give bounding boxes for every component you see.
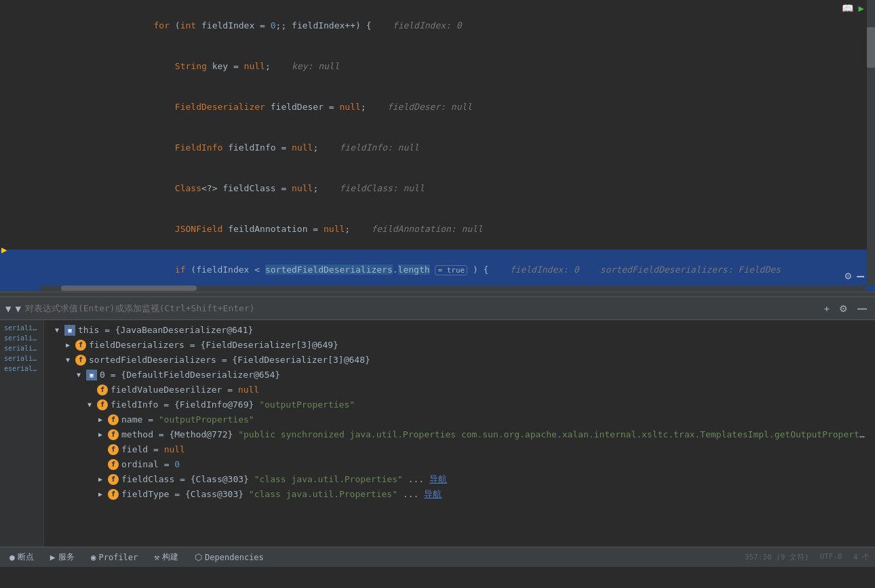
profiler-icon: ◉ [91, 552, 96, 562]
code-line: FieldDeserializer fieldDeser = null; fie… [0, 87, 875, 128]
variables-container: serialize serialize serialize serialize … [0, 320, 875, 547]
tree-expand-ordinal: ▶ [98, 458, 108, 471]
bottom-bar: ● 断点 ▶ 服务 ◉ Profiler ⚒ 构建 ⬡ Dependencies… [0, 547, 875, 567]
code-hscrollbar-thumb[interactable] [61, 286, 197, 291]
fieldClass-nav-link[interactable]: 导航 [429, 474, 447, 484]
code-text: FieldDeserializer fieldDeser = null; fie… [41, 87, 875, 128]
tree-item-fieldValueDeserilizer[interactable]: ▶ f fieldValueDeserilizer = null [44, 383, 875, 397]
build-label: 构建 [162, 551, 178, 563]
dependencies-icon: ⬡ [195, 552, 202, 562]
dependencies-button[interactable]: ⬡ Dependencies [191, 551, 268, 564]
debug-panel: ▼ ▼ + ⚙ — serialize serialize serialize … [0, 297, 875, 547]
bottom-right-info: 357:30 (9 文符) UTF-8 4 个 [745, 552, 870, 562]
code-line: String key = null; key: null [0, 46, 875, 87]
tree-icon-f8: f [108, 459, 119, 470]
tree-icon-f3: f [97, 385, 108, 395]
tree-text-fieldClass: fieldClass = {Class@303} "class java.uti… [121, 473, 447, 486]
build-icon: ⚒ [154, 552, 159, 562]
filter-icon[interactable]: ▼ [5, 303, 11, 314]
tree-icon-box: ▣ [64, 325, 75, 336]
eval-right-icons: + ⚙ — [821, 302, 870, 315]
tree-expand-fieldClass[interactable]: ▶ [98, 473, 108, 486]
tree-item-sortedFieldDeserializers[interactable]: ▼ f sortedFieldDeserializers = {FieldDes… [44, 353, 875, 368]
evaluate-input[interactable] [25, 303, 817, 313]
tree-expand-this[interactable]: ▼ [55, 324, 64, 337]
tree-item-name[interactable]: ▶ f name = "outputProperties" [44, 412, 875, 427]
tree-item-fieldDeserializers[interactable]: ▶ f fieldDeserializers = {FieldDeseriali… [44, 338, 875, 353]
code-hscrollbar[interactable] [41, 286, 866, 291]
collapse-icon[interactable]: — [857, 269, 864, 283]
tree-expand-fieldInfo[interactable]: ▼ [88, 398, 97, 412]
code-text-highlighted: if (fieldIndex < sortedFieldDeserializer… [41, 250, 875, 291]
sidebar-label-4: serialize [1, 353, 42, 364]
tree-item-method[interactable]: ▶ f method = {Method@772} "public synchr… [44, 427, 875, 442]
tree-expand-fieldType[interactable]: ▶ [98, 488, 108, 501]
variables-tree[interactable]: ▼ ▣ this = {JavaBeanDeserializer@641} ▶ … [44, 320, 875, 547]
code-line-highlighted: ▶ if (fieldIndex < sortedFieldDeserializ… [0, 250, 875, 291]
tree-expand-method[interactable]: ▶ [98, 428, 108, 442]
tree-text-fieldInfo: fieldInfo = {FieldInfo@769} "outputPrope… [111, 398, 355, 412]
tree-text-fieldValueDeserilizer: fieldValueDeserilizer = null [111, 383, 259, 397]
settings-icon[interactable]: ⚙ [845, 269, 852, 282]
tree-icon-f4: f [97, 399, 108, 410]
breakpoints-button[interactable]: ● 断点 [5, 550, 38, 564]
tree-text-sortedFieldDeserializers: sortedFieldDeserializers = {FieldDeseria… [89, 353, 370, 367]
code-bottom-right-icons: ⚙ — [845, 269, 864, 283]
code-text: for (int fieldIndex = 0;; fieldIndex++) … [41, 5, 875, 46]
code-editor: for (int fieldIndex = 0;; fieldIndex++) … [0, 0, 875, 292]
book-icon: 📖 [842, 3, 853, 14]
tree-text-elem0: 0 = {DefaultFieldDeserializer@654} [100, 368, 280, 382]
fieldType-nav-link[interactable]: 导航 [424, 489, 442, 499]
tree-item-field[interactable]: ▶ f field = null [44, 442, 875, 457]
code-line: JSONField feildAnnotation = null; feildA… [0, 209, 875, 250]
code-line: fieldDeser = sortedFieldDeserializers[fi… [0, 291, 875, 292]
tree-icon-f9: f [108, 474, 119, 485]
tree-item-fieldClass[interactable]: ▶ f fieldClass = {Class@303} "class java… [44, 472, 875, 487]
tree-expand-elem0[interactable]: ▼ [77, 368, 86, 382]
tree-expand-name[interactable]: ▶ [98, 413, 108, 427]
dependencies-label: Dependencies [205, 553, 264, 562]
tree-icon-f6: f [108, 429, 119, 440]
code-line: FieldInfo fieldInfo = null; fieldInfo: n… [0, 128, 875, 168]
code-text: JSONField feildAnnotation = null; feildA… [41, 209, 875, 250]
services-button[interactable]: ▶ 服务 [46, 550, 79, 564]
code-line: for (int fieldIndex = 0;; fieldIndex++) … [0, 5, 875, 46]
eval-settings-button[interactable]: ⚙ [836, 302, 851, 315]
tree-item-this[interactable]: ▼ ▣ this = {JavaBeanDeserializer@641} [44, 323, 875, 338]
code-right-icons: 📖 ▶ [842, 3, 864, 14]
code-text: FieldInfo fieldInfo = null; fieldInfo: n… [41, 128, 875, 168]
tree-text-name: name = "outputProperties" [121, 413, 254, 427]
code-line: Class<?> fieldClass = null; fieldClass: … [0, 168, 875, 209]
tree-icon-f7: f [108, 444, 119, 455]
code-text: fieldDeser = sortedFieldDeserializers[fi… [41, 291, 875, 292]
breakpoints-icon: ● [9, 552, 15, 562]
tree-text-this: this = {JavaBeanDeserializer@641} [78, 324, 253, 337]
filter-second-icon[interactable]: ▼ [15, 303, 20, 314]
encoding-info: UTF-8 [820, 552, 842, 562]
code-vscrollbar-thumb[interactable] [867, 27, 875, 68]
tree-expand-fieldValueDeserilizer: ▶ [88, 383, 97, 397]
tree-icon-f10: f [108, 489, 119, 500]
add-watch-button[interactable]: + [821, 302, 832, 315]
tree-icon-box2: ▣ [86, 370, 97, 380]
tree-expand-sortedFieldDeserializers[interactable]: ▼ [66, 353, 75, 367]
profiler-button[interactable]: ◉ Profiler [87, 551, 142, 564]
code-text: Class<?> fieldClass = null; fieldClass: … [41, 168, 875, 209]
eval-collapse-button[interactable]: — [855, 302, 870, 315]
tree-item-fieldInfo[interactable]: ▼ f fieldInfo = {FieldInfo@769} "outputP… [44, 397, 875, 412]
tree-text-field: field = null [121, 443, 185, 456]
tree-expand-fieldDeserializers[interactable]: ▶ [66, 338, 75, 352]
sidebar-label-5: eserializ [1, 364, 42, 374]
tree-expand-field: ▶ [98, 443, 108, 456]
build-button[interactable]: ⚒ 构建 [150, 550, 182, 564]
panel-separator [0, 292, 875, 297]
sidebar-label-3: serialize [1, 343, 42, 353]
tree-item-ordinal[interactable]: ▶ f ordinal = 0 [44, 457, 875, 472]
left-panel: serialize serialize serialize serialize … [0, 320, 44, 547]
code-vscrollbar[interactable] [867, 0, 875, 286]
tree-text-method: method = {Method@772} "public synchroniz… [121, 428, 868, 442]
tree-item-elem0[interactable]: ▼ ▣ 0 = {DefaultFieldDeserializer@654} [44, 368, 875, 383]
tree-text-ordinal: ordinal = 0 [121, 458, 180, 471]
code-content: for (int fieldIndex = 0;; fieldIndex++) … [0, 0, 875, 292]
tree-item-fieldType[interactable]: ▶ f fieldType = {Class@303} "class java.… [44, 487, 875, 502]
